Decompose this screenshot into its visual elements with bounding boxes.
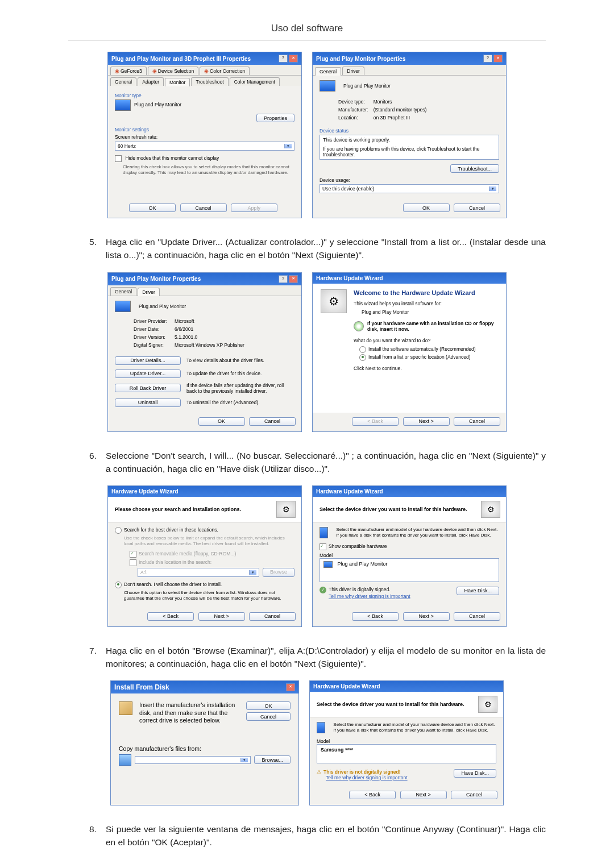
hide-modes-label: Hide modes that this monitor cannot disp… (125, 155, 219, 161)
tab-monitor[interactable]: Monitor (165, 78, 190, 86)
hide-modes-description: Clearing this check box allows you to se… (115, 164, 294, 176)
model-label: Model (317, 738, 496, 744)
dialog-monitor-3d-properties: Plug and Play Monitor and 3D Prophet III… (107, 52, 302, 218)
signing-link[interactable]: Tell me why driver signing is important (329, 593, 410, 599)
label-location: Include this location in the search: (139, 559, 211, 565)
radio-search[interactable] (115, 527, 122, 534)
cancel-button[interactable]: Cancel (454, 417, 500, 426)
provider-value: Microsoft (174, 318, 245, 325)
signed-icon: ✓ (320, 587, 326, 593)
check-location (130, 559, 136, 566)
cancel-button[interactable]: Cancel (180, 203, 227, 212)
close-icon[interactable]: × (289, 275, 298, 283)
signed-text: This driver is digitally signed. (329, 587, 391, 592)
tab-driver[interactable]: Driver (138, 288, 160, 296)
next-button[interactable]: Next > (198, 612, 245, 621)
path-combo[interactable]: ▾ (135, 756, 251, 764)
refresh-rate-combo[interactable]: 60 Hertz▾ (115, 142, 294, 151)
dialog-wizard-search: Hardware Update Wizard Please choose you… (107, 485, 302, 627)
device-usage-combo[interactable]: Use this device (enable)▾ (320, 184, 499, 193)
next-button[interactable]: Next > (400, 791, 447, 799)
close-icon[interactable]: × (286, 683, 295, 691)
help-icon[interactable]: ? (279, 275, 288, 283)
properties-button[interactable]: Properties (256, 114, 294, 122)
model-listbox[interactable]: Plug and Play Monitor (320, 558, 499, 582)
cancel-button[interactable]: Cancel (451, 791, 497, 799)
label-removable: Search removable media (floppy, CD-ROM..… (139, 551, 236, 556)
signing-link[interactable]: Tell me why driver signing is important (326, 775, 408, 780)
radio-dont-search[interactable] (115, 582, 122, 588)
uninstall-button[interactable]: Uninstall (115, 398, 181, 407)
tab-troubleshoot[interactable]: Troubleshoot (191, 77, 228, 86)
back-button[interactable]: < Back (352, 612, 399, 621)
radio-list[interactable] (359, 354, 366, 361)
radio-auto[interactable] (359, 346, 366, 353)
cancel-button[interactable]: Cancel (454, 203, 500, 212)
update-driver-button[interactable]: Update Driver... (115, 369, 181, 378)
have-disk-button[interactable]: Have Disk... (457, 587, 499, 595)
cancel-button[interactable]: Cancel (249, 612, 296, 621)
help-icon[interactable]: ? (483, 55, 492, 63)
wizard-continue: Click Next to continue. (354, 366, 498, 371)
back-button[interactable]: < Back (349, 791, 396, 799)
driver-details-text: To view details about the driver files. (186, 358, 294, 363)
dialog-wizard-select: Hardware Update Wizard Select the device… (312, 485, 507, 627)
show-compatible-check[interactable] (320, 543, 326, 550)
tab-general[interactable]: General (110, 287, 136, 296)
cancel-button[interactable]: Cancel (454, 612, 500, 621)
dialog-title: Install From Disk (114, 683, 169, 691)
opt-search: Search for the best driver in these loca… (124, 527, 218, 533)
next-button[interactable]: Next > (403, 612, 450, 621)
tab-color-correction[interactable]: ◉Color Correction (200, 67, 250, 75)
ok-button[interactable]: OK (403, 203, 450, 212)
tab-device-selection[interactable]: ◉Device Selection (148, 67, 198, 75)
ok-button[interactable]: OK (246, 701, 291, 710)
troubleshoot-button[interactable]: Troubleshoot... (450, 164, 499, 173)
tab-color-management[interactable]: Color Management (230, 77, 280, 86)
nvidia-icon: ◉ (204, 68, 209, 74)
model-label: Model (320, 553, 499, 558)
cd-hint: If your hardware came with an installati… (367, 321, 498, 332)
tab-adapter[interactable]: Adapter (138, 77, 164, 86)
opt-search-desc: Use the check boxes below to limit or ex… (124, 535, 294, 547)
show-compatible-label: Show compatible hardware (329, 543, 387, 549)
path-combo: A:\▾ (138, 568, 259, 577)
device-type-label: Device type: (338, 98, 372, 105)
manufacturer-value: (Standard monitor types) (373, 106, 428, 113)
tab-general[interactable]: General (110, 77, 136, 86)
signer-label: Digital Signer: (133, 342, 173, 348)
opt-list: Install from a list or specific location… (368, 354, 471, 360)
cd-icon (354, 321, 364, 331)
cancel-button[interactable]: Cancel (249, 417, 296, 426)
device-name: Plug and Play Monitor (139, 304, 186, 309)
dialog-title: Plug and Play Monitor and 3D Prophet III… (111, 56, 251, 62)
wizard-icon: ⚙ (276, 501, 296, 518)
close-icon[interactable]: × (493, 55, 503, 63)
chevron-down-icon: ▾ (284, 144, 292, 148)
tab-general[interactable]: General (315, 67, 341, 76)
browse-button[interactable]: Browse... (254, 755, 291, 764)
close-icon[interactable]: × (289, 55, 298, 63)
tab-geforce3[interactable]: ◉GeForce3 (110, 67, 147, 75)
dialog-title: Plug and Play Monitor Properties (111, 276, 201, 282)
have-disk-button[interactable]: Have Disk... (454, 769, 496, 778)
ok-button[interactable]: OK (129, 203, 176, 212)
step-5: 5. Haga clic en "Update Driver... (Actua… (68, 235, 546, 262)
dialog-title: Hardware Update Wizard (316, 488, 383, 495)
help-icon[interactable]: ? (279, 55, 288, 63)
tab-driver[interactable]: Driver (342, 67, 364, 75)
monitor-icon (317, 722, 325, 733)
back-button[interactable]: < Back (147, 612, 194, 621)
driver-details-button[interactable]: Driver Details... (115, 356, 181, 365)
model-listbox[interactable]: Samsung **** (317, 744, 496, 763)
device-type-value: Monitors (373, 98, 428, 105)
date-label: Driver Date: (133, 326, 173, 333)
ok-button[interactable]: OK (198, 417, 245, 426)
cancel-button[interactable]: Cancel (246, 712, 291, 721)
warning-icon: ⚠ (317, 769, 321, 775)
nvidia-icon: ◉ (152, 68, 157, 74)
location-value: on 3D Prophet III (373, 114, 428, 121)
next-button[interactable]: Next > (403, 417, 450, 426)
hide-modes-check[interactable] (115, 155, 122, 162)
rollback-driver-button[interactable]: Roll Back Driver (115, 384, 181, 392)
